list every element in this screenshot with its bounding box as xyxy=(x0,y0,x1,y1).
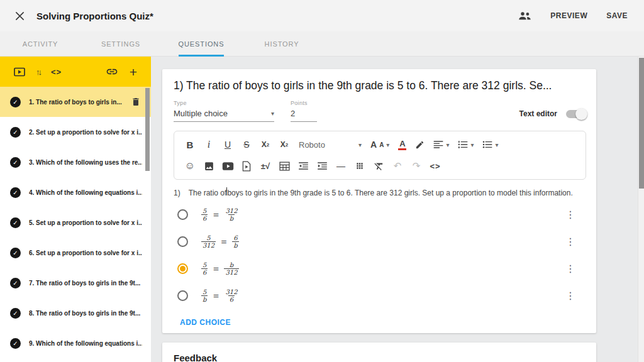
text-color-button[interactable]: A xyxy=(398,140,406,150)
embed-code-icon[interactable]: <> xyxy=(51,67,62,77)
slideshow-icon[interactable] xyxy=(14,67,25,77)
equals-sign: = xyxy=(213,211,219,219)
question-type-select[interactable]: Multiple choice ▾ xyxy=(174,106,274,122)
superscript-base: X xyxy=(280,140,286,149)
add-question-icon[interactable]: + xyxy=(130,65,137,79)
main-scrollbar-thumb[interactable] xyxy=(639,58,644,189)
bold-button[interactable]: B xyxy=(180,136,199,153)
points-input[interactable]: 2 xyxy=(291,106,317,122)
fraction-left: 5b xyxy=(201,288,208,304)
equals-sign: = xyxy=(213,292,219,300)
undo-icon[interactable]: ↶ xyxy=(388,158,407,174)
sidebar-item-question-4[interactable]: ✓ 4. Which of the following equations i.… xyxy=(0,177,151,207)
choice-radio-4[interactable] xyxy=(177,290,188,301)
toggle-knob xyxy=(575,108,587,120)
answer-choices: 56 = 312b ⋮ 5312 = 6b ⋮ 56 = xyxy=(174,201,586,309)
underline-button[interactable]: U xyxy=(218,136,237,153)
youtube-icon[interactable] xyxy=(218,158,237,174)
align-select[interactable]: ▾ xyxy=(433,140,449,149)
choice-radio-1[interactable] xyxy=(177,209,188,220)
subscript-button[interactable]: X2 xyxy=(256,136,275,153)
sidebar-item-question-2[interactable]: ✓ 2. Set up a proportion to solve for x … xyxy=(0,117,151,147)
choice-row-3: 56 = b312 ⋮ xyxy=(174,255,586,282)
question-editor-card: 1) The ratio of boys to girls in the 9th… xyxy=(162,69,596,333)
font-family-value: Roboto xyxy=(299,140,325,150)
sidebar-item-question-5[interactable]: ✓ 5. Set up a proportion to solve for x … xyxy=(0,207,151,238)
indent-decrease-icon[interactable] xyxy=(294,158,313,174)
preview-button[interactable]: PREVIEW xyxy=(550,11,587,20)
sidebar-item-question-9[interactable]: ✓ 9. Which of the following equations i.… xyxy=(0,328,151,358)
superscript-button[interactable]: X2 xyxy=(275,136,294,153)
clear-formatting-icon[interactable] xyxy=(369,158,388,174)
collaborators-icon[interactable] xyxy=(518,11,531,20)
trash-icon[interactable] xyxy=(130,96,142,108)
tab-label: HISTORY xyxy=(265,40,299,48)
denominator: 6 xyxy=(228,295,235,304)
numerator: 5 xyxy=(201,261,208,269)
denominator: b xyxy=(201,295,208,304)
sidebar-item-question-7[interactable]: ✓ 7. The ratio of boys to girls in the 9… xyxy=(0,268,151,298)
tab-settings[interactable]: SETTINGS xyxy=(80,31,161,56)
sidebar-item-question-8[interactable]: ✓ 8. The ratio of boys to girls in the 9… xyxy=(0,298,151,328)
bullet-list-select[interactable]: ▾ xyxy=(482,140,498,149)
save-button[interactable]: SAVE xyxy=(606,11,628,20)
choice-menu-icon[interactable]: ⋮ xyxy=(565,263,576,275)
text-editor-toggle[interactable] xyxy=(566,110,586,118)
sidebar-item-question-3[interactable]: ✓ 3. Which of the following uses the re.… xyxy=(0,147,151,177)
sidebar-item-question-1[interactable]: ✓ 1. The ratio of boys to girls in... xyxy=(0,87,151,117)
text-color-glyph: A xyxy=(398,140,406,150)
main-scrollbar[interactable] xyxy=(638,57,644,362)
font-family-select[interactable]: Roboto ▾ xyxy=(299,140,362,150)
horizontal-rule-icon[interactable]: — xyxy=(331,158,350,174)
redo-icon[interactable]: ↷ xyxy=(407,158,426,174)
fraction-right: b312 xyxy=(224,261,238,277)
code-view-icon[interactable]: <> xyxy=(426,158,445,174)
numerator: 5 xyxy=(201,207,208,215)
insert-table-icon[interactable] xyxy=(275,158,294,174)
tab-history[interactable]: HISTORY xyxy=(242,31,322,56)
chevron-down-icon: ▾ xyxy=(470,141,474,148)
emoji-icon[interactable]: ☺ xyxy=(180,158,199,174)
check-circle-icon: ✓ xyxy=(10,338,21,349)
strikethrough-button[interactable]: S xyxy=(237,136,256,153)
tab-questions[interactable]: QUESTIONS xyxy=(161,31,242,56)
main-content: 1) The ratio of boys to girls in the 9th… xyxy=(151,57,644,362)
choice-radio-3[interactable] xyxy=(177,263,188,274)
highlighter-icon[interactable] xyxy=(415,140,425,150)
reorder-icon[interactable]: ↑↓ xyxy=(36,67,40,77)
tab-activity[interactable]: ACTIVITY xyxy=(0,31,80,56)
italic-button[interactable]: i xyxy=(199,136,218,153)
font-size-select[interactable]: AA ▾ xyxy=(370,140,389,150)
insert-video-icon[interactable] xyxy=(237,158,256,174)
choice-menu-icon[interactable]: ⋮ xyxy=(565,209,576,221)
choice-equation: 5312 = 6b xyxy=(201,234,239,250)
choice-radio-2[interactable] xyxy=(177,236,188,247)
rich-text-toolbar: B i U S X2 X2 Roboto ▾ AA ▾ A xyxy=(174,131,586,180)
choice-row-4: 5b = 3126 ⋮ xyxy=(174,282,586,309)
equation-icon[interactable]: ±√ xyxy=(256,158,275,174)
question-body-text[interactable]: 1) The ratio of boys to girls in the 9th… xyxy=(174,187,586,197)
check-circle-icon: ✓ xyxy=(10,217,21,228)
superscript-digit: 2 xyxy=(286,142,288,148)
indent-increase-icon[interactable] xyxy=(313,158,331,174)
fraction-left: 5312 xyxy=(201,234,216,250)
special-characters-icon[interactable] xyxy=(350,158,369,174)
question-list-label: 9. Which of the following equations i... xyxy=(29,340,142,347)
close-icon[interactable] xyxy=(13,9,26,23)
equals-sign: = xyxy=(221,238,227,246)
question-list-label: 6. Set up a proportion to solve for x i.… xyxy=(29,250,142,256)
numbered-list-select[interactable]: ▾ xyxy=(458,140,474,149)
denominator: 312 xyxy=(201,241,216,250)
feedback-card: Feedback xyxy=(162,343,596,362)
sidebar-scrollbar[interactable] xyxy=(145,88,150,171)
sidebar-item-question-6[interactable]: ✓ 6. Set up a proportion to solve for x … xyxy=(0,238,151,268)
fraction-left: 56 xyxy=(201,207,208,222)
add-choice-button[interactable]: ADD CHOICE xyxy=(180,318,231,327)
tab-label: ACTIVITY xyxy=(23,40,58,48)
choice-menu-icon[interactable]: ⋮ xyxy=(565,290,576,302)
insert-image-icon[interactable] xyxy=(199,158,218,174)
choice-menu-icon[interactable]: ⋮ xyxy=(565,236,576,248)
chevron-down-icon: ▾ xyxy=(386,141,389,148)
check-circle-icon: ✓ xyxy=(10,127,21,138)
link-icon[interactable] xyxy=(106,65,118,78)
